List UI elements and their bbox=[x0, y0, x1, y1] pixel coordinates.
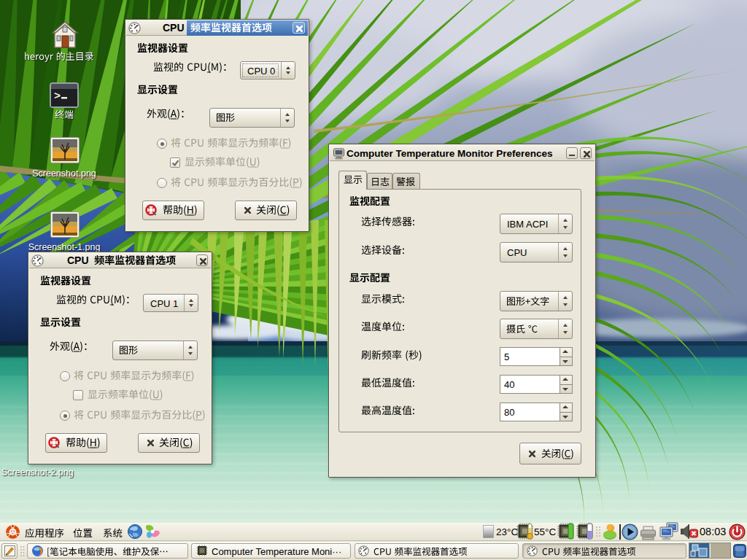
svg-text:>: > bbox=[54, 90, 61, 103]
